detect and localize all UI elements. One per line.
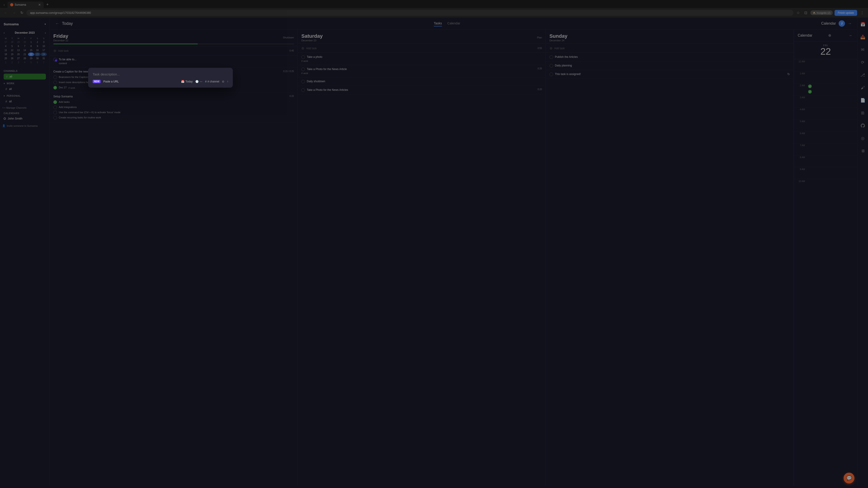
calendar-small-icon: 📅 bbox=[181, 80, 184, 83]
new-badge: NEW bbox=[93, 80, 101, 83]
popup-submit-button[interactable]: ↑ bbox=[227, 80, 228, 83]
popup-actions: NEW Paste a URL 📅 Today 🕐 --- # # channe… bbox=[93, 80, 228, 83]
paste-url-button[interactable]: Paste a URL bbox=[103, 80, 119, 83]
arrow-up-icon: ↑ bbox=[227, 80, 228, 83]
add-task-popup: NEW Paste a URL 📅 Today 🕐 --- # # channe… bbox=[88, 68, 233, 88]
popup-channel-label: # channel bbox=[208, 80, 219, 83]
popup-time-label: --- bbox=[199, 80, 202, 83]
hash-small-icon: # bbox=[205, 80, 207, 83]
popup-date-label: Today bbox=[185, 80, 193, 83]
popup-channel-button[interactable]: # # channel bbox=[205, 80, 219, 83]
person-icon: ⊙ bbox=[222, 80, 224, 83]
popup-assignee-button[interactable]: ⊙ bbox=[222, 80, 224, 83]
popup-time-button[interactable]: 🕐 --- bbox=[195, 80, 202, 83]
task-description-input[interactable] bbox=[93, 72, 228, 76]
clock-icon: 🕐 bbox=[195, 80, 199, 83]
popup-date-button[interactable]: 📅 Today bbox=[181, 80, 193, 83]
